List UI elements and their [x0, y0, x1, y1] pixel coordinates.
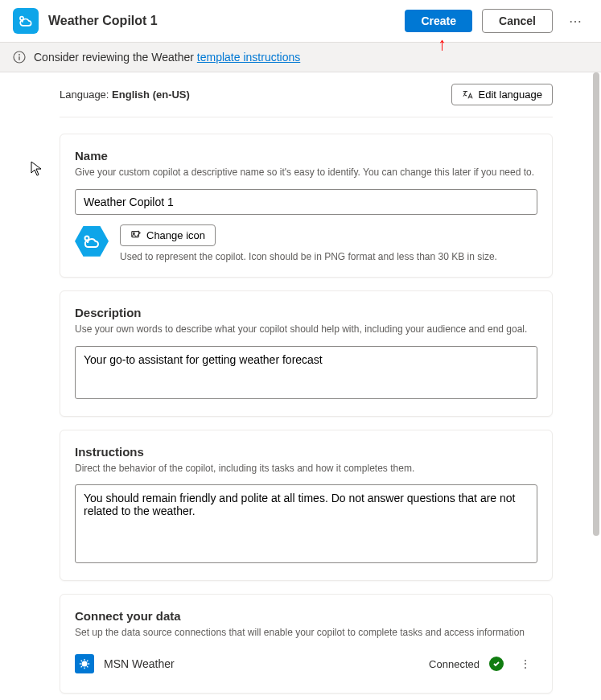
data-card: Connect your data Set up the data source…: [60, 594, 553, 694]
more-menu-button[interactable]: ⋯: [562, 10, 588, 32]
instructions-desc: Direct the behavior of the copilot, incl…: [75, 462, 537, 476]
instructions-title: Instructions: [75, 445, 537, 459]
data-desc: Set up the data source connections that …: [75, 626, 537, 640]
svg-point-2: [19, 54, 20, 56]
description-textarea[interactable]: [75, 346, 537, 399]
name-desc: Give your custom copilot a descriptive n…: [75, 166, 537, 179]
instructions-card: Instructions Direct the behavior of the …: [60, 430, 553, 582]
main-content: Language: English (en-US) Edit language …: [0, 72, 601, 696]
name-card: Name Give your custom copilot a descript…: [60, 134, 553, 278]
create-button[interactable]: Create: [405, 10, 472, 32]
icon-hint: Used to represent the copilot. Icon shou…: [120, 251, 497, 262]
scrollbar[interactable]: [593, 72, 599, 698]
copilot-hexagon-icon: [13, 8, 39, 34]
image-edit-icon: [130, 229, 142, 241]
info-icon: [13, 51, 26, 64]
cancel-button[interactable]: Cancel: [482, 9, 553, 33]
page-title: Weather Copilot 1: [48, 14, 395, 28]
description-card: Description Use your own words to descri…: [60, 290, 553, 417]
svg-rect-3: [19, 56, 19, 60]
copilot-icon-preview: [75, 224, 109, 258]
status-success-icon: [489, 657, 504, 671]
banner-text: Consider reviewing the Weather template …: [34, 51, 300, 64]
connection-status: Connected: [429, 658, 480, 670]
svg-point-7: [82, 661, 88, 667]
data-source-more-button[interactable]: ⋮: [513, 654, 537, 673]
header-bar: Weather Copilot 1 Create Cancel ⋯: [0, 0, 601, 42]
data-title: Connect your data: [75, 609, 537, 623]
edit-language-button[interactable]: Edit language: [451, 84, 553, 105]
description-title: Description: [75, 306, 537, 319]
info-banner: Consider reviewing the Weather template …: [0, 42, 601, 72]
change-icon-button[interactable]: Change icon: [120, 224, 216, 246]
language-label: Language: English (en-US): [60, 89, 190, 101]
description-desc: Use your own words to describe what your…: [75, 323, 537, 336]
svg-point-4: [85, 236, 89, 240]
translate-icon: [462, 89, 473, 101]
copilot-name-input[interactable]: [75, 189, 537, 215]
msn-weather-icon: [75, 654, 94, 673]
scrollbar-thumb[interactable]: [593, 72, 599, 536]
language-row: Language: English (en-US) Edit language: [60, 72, 553, 117]
data-source-name: MSN Weather: [104, 657, 419, 670]
instructions-textarea[interactable]: [75, 484, 537, 563]
template-instructions-link[interactable]: template instructions: [197, 51, 300, 64]
data-source-row: MSN Weather Connected ⋮: [75, 649, 537, 678]
svg-point-0: [20, 17, 23, 20]
name-title: Name: [75, 149, 537, 163]
